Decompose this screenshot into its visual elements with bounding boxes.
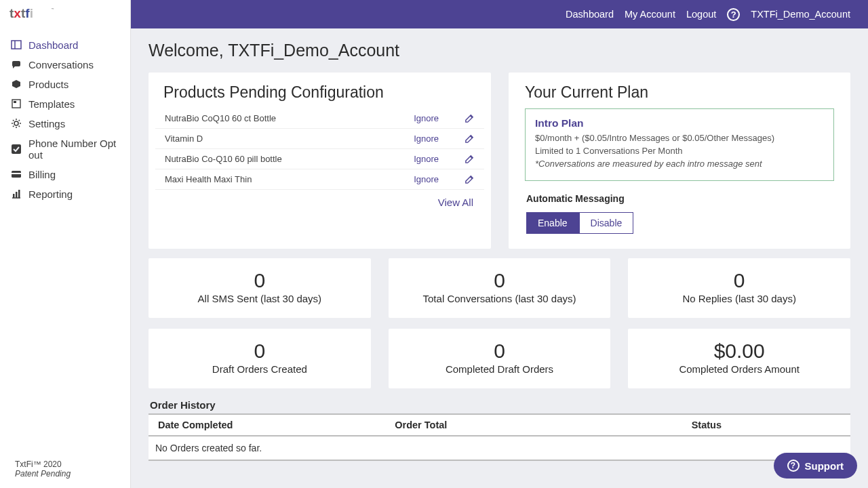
pending-card: Products Pending Configuration NutraBio …	[149, 73, 491, 249]
sidebar-item-label: Dashboard	[28, 39, 78, 51]
stat-card: 0No Replies (last 30 days)	[628, 258, 850, 318]
dashboard-icon	[11, 39, 22, 50]
order-history-table: Date Completed Order Total Status No Ord…	[149, 413, 850, 461]
stat-card: 0Total Conversations (last 30 days)	[389, 258, 611, 318]
stat-label: No Replies (last 30 days)	[635, 292, 844, 306]
plan-title: Your Current Plan	[525, 83, 842, 102]
sidebar-item-products[interactable]: Products	[0, 75, 130, 94]
sidebar-item-templates[interactable]: Templates	[0, 94, 130, 114]
card-icon	[11, 169, 22, 180]
sidebar-item-reporting[interactable]: Reporting	[0, 184, 130, 204]
check-icon	[11, 144, 22, 155]
sidebar-item-optout[interactable]: Phone Number Opt out	[0, 134, 130, 165]
disable-button[interactable]: Disable	[579, 212, 634, 234]
order-col-date: Date Completed	[149, 414, 346, 436]
sidebar-item-dashboard[interactable]: Dashboard	[0, 35, 130, 55]
stat-card: 0Draft Orders Created	[149, 329, 371, 388]
stat-label: All SMS Sent (last 30 days)	[155, 292, 364, 306]
logo[interactable]: txtfi ™	[0, 0, 130, 31]
svg-rect-12	[18, 190, 20, 198]
stat-value: 0	[635, 269, 844, 292]
pending-row: Vitamin DIgnore	[155, 129, 484, 149]
product-name: Maxi Health Maxi Thin	[165, 174, 252, 184]
stat-card: 0Completed Draft Orders	[389, 329, 611, 388]
pending-row: NutraBio CoQ10 60 ct BottleIgnore	[155, 108, 484, 129]
svg-rect-7	[12, 144, 21, 154]
question-icon: ?	[787, 460, 800, 472]
topnav-logout[interactable]: Logout	[686, 9, 716, 20]
sidebar-item-label: Settings	[28, 118, 65, 129]
svg-rect-11	[16, 192, 18, 198]
pending-row: NutraBio Co-Q10 60 pill bottleIgnore	[155, 149, 484, 169]
auto-messaging-toggle: Enable Disable	[526, 212, 842, 234]
footer-patent: Patent Pending	[15, 469, 115, 479]
svg-point-6	[14, 121, 18, 125]
sidebar-item-label: Reporting	[28, 188, 73, 200]
sidebar: txtfi ™ Dashboard Conversations Products…	[0, 0, 131, 488]
sidebar-item-settings[interactable]: Settings	[0, 114, 130, 134]
plan-line-price: $0/month + ($0.05/Intro Messages or $0.0…	[535, 132, 824, 145]
auto-messaging-label: Automatic Messaging	[526, 193, 842, 204]
ignore-link[interactable]: Ignore	[414, 113, 439, 123]
order-col-status: Status	[496, 414, 850, 436]
footer-copyright: TxtFi™ 2020	[15, 460, 115, 469]
chart-icon	[11, 188, 22, 199]
order-history-title: Order History	[150, 399, 850, 411]
enable-button[interactable]: Enable	[526, 212, 579, 234]
edit-icon[interactable]	[465, 113, 475, 123]
svg-text:™: ™	[51, 7, 54, 11]
order-col-total: Order Total	[346, 414, 496, 436]
sidebar-item-label: Templates	[28, 98, 75, 110]
topnav-username: TXTFi_Demo_Account	[751, 9, 850, 20]
sidebar-item-billing[interactable]: Billing	[0, 165, 130, 184]
product-name: NutraBio Co-Q10 60 pill bottle	[165, 154, 282, 164]
stat-label: Completed Draft Orders	[395, 363, 604, 376]
ignore-link[interactable]: Ignore	[414, 134, 439, 144]
ignore-link[interactable]: Ignore	[414, 154, 439, 164]
footer-copy: TxtFi™ 2020 Patent Pending	[0, 460, 130, 488]
product-name: NutraBio CoQ10 60 ct Bottle	[165, 113, 276, 123]
topnav-myaccount[interactable]: My Account	[625, 9, 675, 20]
view-all-link[interactable]: View All	[155, 190, 484, 208]
txtfi-logo-icon: txtfi ™	[9, 7, 60, 23]
stat-value: 0	[155, 269, 364, 292]
chat-icon	[11, 59, 22, 70]
help-icon[interactable]: ?	[727, 8, 740, 21]
stat-label: Completed Orders Amount	[635, 363, 844, 376]
plan-line-note: *Conversations are measured by each intr…	[535, 158, 824, 171]
edit-icon[interactable]	[465, 154, 475, 164]
svg-rect-9	[12, 173, 21, 174]
stat-card: 0All SMS Sent (last 30 days)	[149, 258, 371, 318]
sidebar-item-conversations[interactable]: Conversations	[0, 55, 130, 75]
stat-value: 0	[395, 269, 604, 292]
ignore-link[interactable]: Ignore	[414, 174, 439, 184]
sidebar-item-label: Phone Number Opt out	[28, 138, 119, 161]
box-icon	[11, 79, 22, 89]
topnav-dashboard[interactable]: Dashboard	[566, 9, 614, 20]
page-title: Welcome, TXTFi_Demo_Account	[149, 41, 850, 60]
pending-row: Maxi Health Maxi ThinIgnore	[155, 169, 484, 190]
stat-card: $0.00Completed Orders Amount	[628, 329, 850, 388]
stat-label: Total Conversations (last 30 days)	[395, 292, 604, 306]
gear-icon	[11, 118, 22, 129]
topbar: Dashboard My Account Logout ? TXTFi_Demo…	[131, 0, 868, 28]
edit-icon[interactable]	[465, 134, 475, 144]
template-icon	[11, 98, 22, 109]
support-button[interactable]: ? Support	[774, 453, 858, 479]
edit-icon[interactable]	[465, 174, 475, 184]
plan-name: Intro Plan	[535, 117, 824, 129]
svg-rect-4	[12, 100, 20, 108]
support-label: Support	[805, 460, 844, 472]
pending-title: Products Pending Configuration	[163, 83, 484, 102]
stat-value: $0.00	[635, 340, 844, 363]
stat-value: 0	[155, 340, 364, 363]
sidebar-nav: Dashboard Conversations Products Templat…	[0, 31, 130, 460]
sidebar-item-label: Products	[28, 79, 68, 90]
svg-rect-2	[12, 41, 21, 49]
svg-rect-5	[14, 101, 16, 103]
plan-card: Your Current Plan Intro Plan $0/month + …	[509, 73, 850, 249]
svg-text:txtfi: txtfi	[9, 7, 33, 20]
product-name: Vitamin D	[165, 134, 203, 144]
plan-box: Intro Plan $0/month + ($0.05/Intro Messa…	[525, 108, 834, 181]
stat-value: 0	[395, 340, 604, 363]
